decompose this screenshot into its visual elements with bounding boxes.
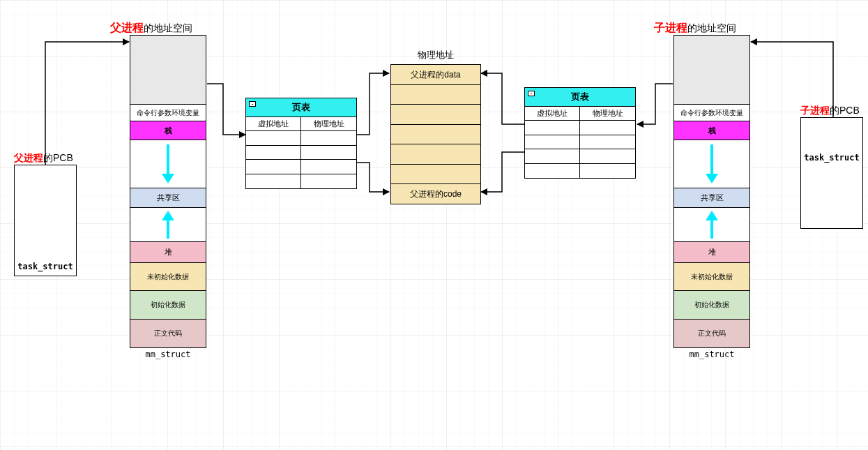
pt-cell-empty [245, 130, 302, 146]
child-pcb-title-suffix: 的PCB [830, 105, 860, 116]
child-seg-gap-stack [673, 140, 750, 188]
child-addrspace-title-prefix: 子进程 [654, 22, 687, 33]
child-page-table: - 页表 虚拟地址 物理地址 [524, 87, 636, 177]
parent-pcb-struct: task_struct [17, 262, 73, 271]
parent-pagetable-title: 页表 [292, 101, 310, 114]
pt-cell-empty [245, 174, 302, 189]
parent-address-space: 命令行参数环境变量 栈 共享区 堆 未初始化数据 初始化数据 正文代码 mm_s… [130, 35, 206, 359]
parent-seg-heap: 堆 [130, 241, 206, 263]
physical-row: 父进程的code [390, 183, 481, 204]
pt-cell-empty [579, 163, 636, 179]
parent-addrspace-title-suffix: 的地址空间 [144, 22, 192, 33]
pt-cell-empty [300, 159, 357, 174]
parent-seg-gap-stack [130, 140, 206, 188]
child-seg-heap: 堆 [673, 241, 750, 263]
pt-cell-empty [300, 130, 357, 146]
child-pcb-title-prefix: 子进程 [800, 105, 830, 116]
pt-cell-empty [300, 145, 357, 160]
child-seg-data: 初始化数据 [673, 290, 750, 320]
parent-seg-top [130, 35, 206, 105]
child-seg-shared: 共享区 [673, 187, 750, 208]
physical-row [390, 84, 481, 105]
pt-cell-empty [579, 120, 636, 135]
parent-pcb-box: task_struct [14, 165, 77, 276]
physical-row [390, 124, 481, 145]
child-seg-gap-heap [673, 207, 750, 242]
pt-cell-empty [524, 120, 581, 135]
child-pagetable-header: - 页表 [524, 87, 636, 107]
pt-cell-empty [524, 163, 581, 179]
physical-row [390, 164, 481, 185]
parent-seg-env: 命令行参数环境变量 [130, 104, 206, 122]
physical-title: 物理地址 [390, 49, 481, 61]
pt-cell-empty [245, 145, 302, 160]
pt-cell-empty [300, 174, 357, 189]
child-pcb-box: task_struct [800, 117, 863, 229]
child-seg-top [673, 35, 750, 105]
physical-memory: 物理地址 父进程的data 父进程的code [390, 49, 481, 204]
child-pt-col-physical: 物理地址 [579, 106, 636, 121]
child-addrspace-title-suffix: 的地址空间 [687, 22, 736, 33]
physical-row [390, 104, 481, 125]
parent-pt-col-physical: 物理地址 [300, 117, 357, 132]
minimize-icon: - [249, 101, 256, 107]
pt-cell-empty [524, 149, 581, 164]
child-address-space: 命令行参数环境变量 栈 共享区 堆 未初始化数据 初始化数据 正文代码 mm_s… [673, 35, 750, 359]
parent-seg-data: 初始化数据 [130, 290, 206, 320]
child-pagetable-title: 页表 [571, 91, 589, 103]
parent-pcb-title-prefix: 父进程 [14, 152, 43, 163]
parent-seg-stack: 栈 [130, 121, 206, 140]
parent-mm-label: mm_struct [130, 350, 206, 359]
pt-cell-empty [245, 159, 302, 174]
parent-pcb-title: 父进程的PCB [14, 152, 73, 165]
parent-addrspace-title: 父进程的地址空间 [110, 21, 192, 36]
child-seg-text: 正文代码 [673, 319, 750, 348]
child-seg-bss: 未初始化数据 [673, 262, 750, 292]
parent-seg-bss: 未初始化数据 [130, 262, 206, 292]
child-addrspace-title: 子进程的地址空间 [654, 21, 736, 36]
child-mm-label: mm_struct [673, 350, 750, 359]
parent-addrspace-title-prefix: 父进程 [110, 22, 144, 33]
physical-row [390, 144, 481, 165]
pt-cell-empty [579, 135, 636, 150]
parent-pagetable-header: - 页表 [245, 98, 357, 117]
parent-seg-text: 正文代码 [130, 319, 206, 348]
child-seg-env: 命令行参数环境变量 [673, 104, 750, 122]
parent-seg-shared: 共享区 [130, 187, 206, 208]
child-pt-col-virtual: 虚拟地址 [524, 106, 581, 121]
child-seg-stack: 栈 [673, 121, 750, 140]
parent-pcb-title-suffix: 的PCB [43, 152, 73, 163]
minimize-icon: - [528, 91, 535, 96]
physical-row: 父进程的data [390, 64, 481, 85]
parent-pt-col-virtual: 虚拟地址 [245, 117, 302, 132]
child-pcb-struct: task_struct [804, 153, 860, 163]
pt-cell-empty [579, 149, 636, 164]
pt-cell-empty [524, 135, 581, 150]
parent-page-table: - 页表 虚拟地址 物理地址 [245, 98, 357, 188]
child-pcb-title: 子进程的PCB [800, 105, 860, 117]
parent-seg-gap-heap [130, 207, 206, 242]
